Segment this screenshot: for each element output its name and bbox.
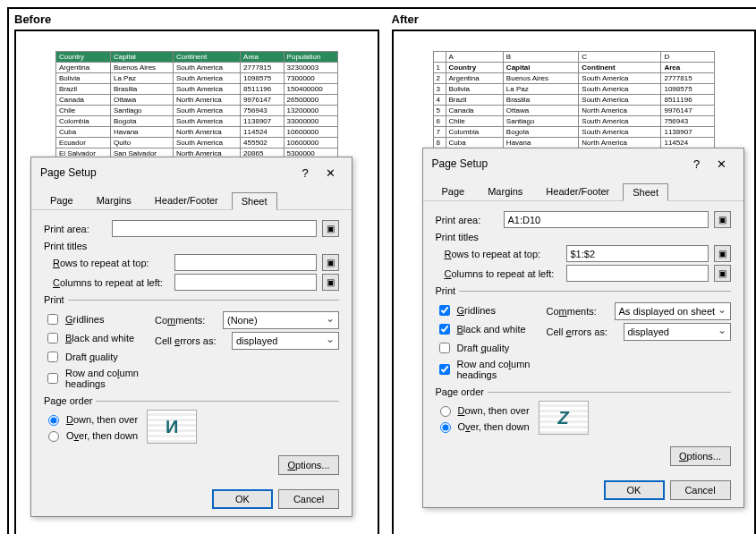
options-button[interactable]: Options... — [670, 446, 731, 466]
gridlines-checkbox[interactable] — [439, 305, 450, 316]
rows-repeat-ref-icon[interactable]: ▣ — [322, 254, 339, 271]
tab-headerfooter[interactable]: Header/Footer — [536, 182, 619, 200]
down-then-over-label: Down, then over — [66, 414, 138, 425]
rowcol-checkbox[interactable] — [47, 373, 58, 384]
print-area-label: Print area: — [44, 224, 106, 234]
rows-repeat-label: Rows to repeat at top: — [53, 258, 169, 268]
gridlines-label: Gridlines — [65, 314, 104, 325]
comments-label: Comments: — [547, 306, 609, 317]
over-then-down-label: Over, then down — [66, 430, 138, 441]
cellerr-label: Cell errors as: — [155, 335, 226, 346]
cellerr-combo[interactable]: displayed — [624, 323, 731, 341]
tab-page[interactable]: Page — [40, 191, 83, 209]
gridlines-checkbox[interactable] — [47, 314, 58, 325]
pageorder-label: Page order — [44, 395, 96, 406]
after-table: ABCD1CountryCapitalContinentArea2Argenti… — [433, 51, 716, 148]
tab-margins[interactable]: Margins — [87, 191, 141, 209]
comments-combo[interactable]: As displayed on sheet — [615, 302, 731, 320]
draft-label: Draft quality — [65, 352, 118, 362]
close-button[interactable]: ✕ — [318, 163, 343, 182]
pageorder-preview-icon: Z — [539, 401, 589, 435]
tab-page[interactable]: Page — [432, 182, 475, 200]
cellerr-combo[interactable]: displayed — [232, 332, 339, 350]
print-area-ref-icon[interactable]: ▣ — [322, 220, 339, 237]
draft-checkbox[interactable] — [47, 352, 58, 362]
blackwhite-label: Black and white — [65, 333, 134, 343]
cols-repeat-ref-icon[interactable]: ▣ — [714, 265, 731, 282]
cellerr-label: Cell errors as: — [547, 326, 618, 337]
print-titles-label: Print titles — [436, 232, 731, 242]
print-area-label: Print area: — [436, 215, 498, 225]
print-area-ref-icon[interactable]: ▣ — [714, 211, 731, 228]
dialog-title: Page Setup — [40, 166, 293, 179]
blackwhite-label: Black and white — [457, 324, 526, 335]
rowcol-label: Row and column headings — [65, 368, 146, 389]
cols-repeat-ref-icon[interactable]: ▣ — [322, 274, 339, 291]
cols-repeat-label: Columns to repeat at left: — [53, 277, 169, 288]
comments-label: Comments: — [155, 315, 217, 326]
cols-repeat-input[interactable] — [566, 265, 709, 282]
pageorder-preview-icon: И — [147, 410, 197, 444]
draft-checkbox[interactable] — [439, 343, 450, 353]
after-label: After — [392, 13, 757, 26]
rows-repeat-ref-icon[interactable]: ▣ — [714, 245, 731, 262]
rows-repeat-input[interactable] — [174, 254, 317, 271]
help-button[interactable]: ? — [684, 154, 709, 174]
tab-sheet[interactable]: Sheet — [232, 192, 277, 210]
after-frame: ABCD1CountryCapitalContinentArea2Argenti… — [392, 30, 757, 534]
print-section-label: Print — [44, 294, 68, 305]
comments-combo[interactable]: (None) — [223, 311, 339, 329]
before-label: Before — [14, 13, 379, 26]
tab-sheet[interactable]: Sheet — [623, 183, 668, 201]
help-button[interactable]: ? — [293, 163, 318, 182]
page-setup-dialog-before: Page Setup ? ✕ Page Margins Header/Foote… — [30, 157, 353, 517]
cancel-button[interactable]: Cancel — [278, 489, 339, 509]
ok-button[interactable]: OK — [212, 489, 273, 509]
draft-label: Draft quality — [457, 343, 510, 353]
ok-button[interactable]: OK — [604, 480, 665, 500]
pageorder-label: Page order — [436, 386, 488, 397]
options-button[interactable]: Options... — [278, 455, 339, 475]
gridlines-label: Gridlines — [457, 305, 496, 316]
print-titles-label: Print titles — [44, 241, 339, 251]
blackwhite-checkbox[interactable] — [439, 324, 450, 335]
tab-margins[interactable]: Margins — [478, 182, 532, 200]
print-area-input[interactable] — [504, 211, 709, 228]
cols-repeat-input[interactable] — [174, 274, 317, 291]
down-then-over-radio[interactable] — [48, 415, 59, 426]
down-then-over-label: Down, then over — [458, 405, 530, 416]
rows-repeat-label: Rows to repeat at top: — [445, 249, 561, 259]
cols-repeat-label: Columns to repeat at left: — [445, 268, 561, 279]
before-frame: CountryCapitalContinentAreaPopulationArg… — [14, 30, 379, 534]
over-then-down-radio[interactable] — [440, 422, 451, 433]
rowcol-label: Row and column headings — [457, 359, 538, 380]
close-button[interactable]: ✕ — [709, 154, 735, 174]
down-then-over-radio[interactable] — [440, 406, 451, 417]
rowcol-checkbox[interactable] — [439, 364, 450, 375]
before-table: CountryCapitalContinentAreaPopulationArg… — [55, 51, 338, 159]
page-setup-dialog-after: Page Setup ? ✕ Page Margins Header/Foote… — [422, 148, 744, 508]
tab-headerfooter[interactable]: Header/Footer — [145, 191, 228, 209]
rows-repeat-input[interactable] — [566, 245, 709, 262]
over-then-down-label: Over, then down — [458, 421, 530, 432]
dialog-title: Page Setup — [432, 157, 684, 170]
blackwhite-checkbox[interactable] — [47, 333, 58, 343]
print-section-label: Print — [436, 285, 460, 296]
print-area-input[interactable] — [112, 220, 317, 237]
cancel-button[interactable]: Cancel — [670, 480, 731, 500]
over-then-down-radio[interactable] — [48, 431, 59, 442]
